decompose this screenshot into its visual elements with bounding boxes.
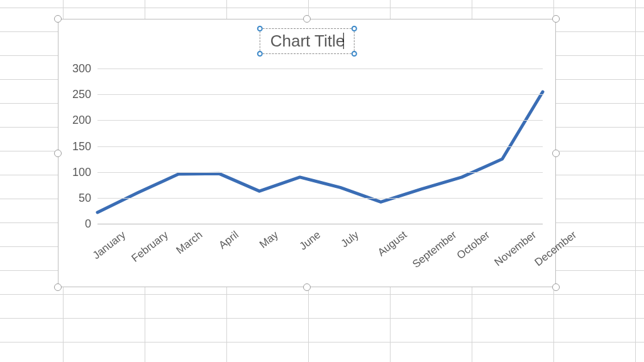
title-handle-br[interactable] <box>351 51 357 57</box>
y-gridline <box>97 69 543 69</box>
title-handle-tr[interactable] <box>351 26 357 31</box>
y-axis-tick: 100 <box>72 165 97 178</box>
x-axis-tick: April <box>213 224 241 252</box>
chart-resize-handle-tl[interactable] <box>54 15 62 23</box>
chart-resize-handle-mr[interactable] <box>552 150 560 157</box>
title-handle-bl[interactable] <box>257 51 263 57</box>
chart-object[interactable]: Chart Title 050100150200250300JanuaryFeb… <box>58 19 556 287</box>
y-axis-tick: 50 <box>79 191 97 204</box>
x-axis-tick: August <box>371 224 409 259</box>
title-handle-tl[interactable] <box>257 26 263 31</box>
x-axis-tick: March <box>170 224 205 257</box>
chart-resize-handle-bm[interactable] <box>303 283 311 291</box>
series-1-line[interactable] <box>97 92 543 212</box>
y-axis-tick: 150 <box>72 140 97 153</box>
y-gridline <box>97 172 543 173</box>
y-gridline <box>97 146 543 147</box>
text-cursor <box>343 33 343 49</box>
x-axis-tick: November <box>488 224 538 269</box>
y-axis-tick: 200 <box>72 114 97 127</box>
y-gridline <box>97 224 543 224</box>
y-gridline <box>97 94 543 95</box>
y-axis-tick: 250 <box>72 88 97 101</box>
y-gridline <box>97 198 543 199</box>
chart-resize-handle-br[interactable] <box>552 283 560 291</box>
y-axis-tick: 300 <box>72 62 97 75</box>
chart-resize-handle-tm[interactable] <box>303 15 311 23</box>
chart-title[interactable]: Chart Title <box>260 28 355 54</box>
chart-title-text: Chart Title <box>270 31 345 50</box>
y-axis-tick: 0 <box>85 217 97 231</box>
x-axis-tick: May <box>253 224 281 251</box>
chart-resize-handle-ml[interactable] <box>54 150 62 157</box>
chart-resize-handle-tr[interactable] <box>552 15 560 23</box>
x-axis-tick: June <box>293 224 323 253</box>
plot-area[interactable]: 050100150200250300JanuaryFebruaryMarchAp… <box>97 69 543 224</box>
x-axis-tick: July <box>335 224 361 250</box>
x-axis-tick: February <box>126 224 171 265</box>
y-gridline <box>97 120 543 121</box>
chart-resize-handle-bl[interactable] <box>54 283 62 291</box>
x-axis-tick: October <box>451 224 492 262</box>
